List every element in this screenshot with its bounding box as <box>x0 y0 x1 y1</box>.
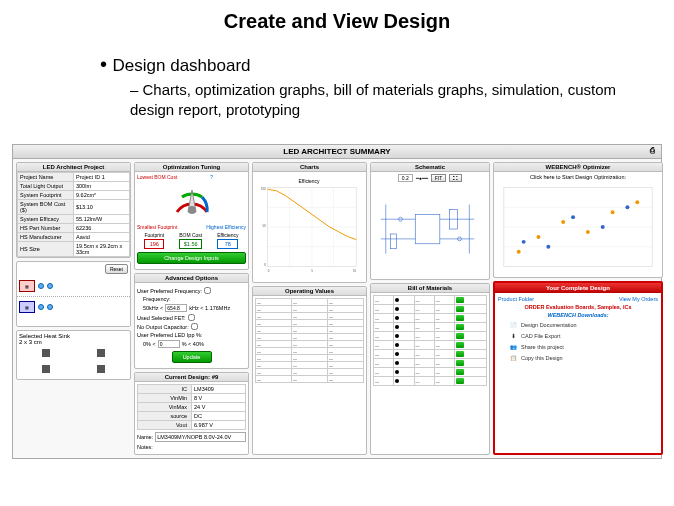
bom-action-button[interactable] <box>456 324 464 330</box>
heatsink-panel: Selected Heat Sink 2 x 3 cm <box>16 330 131 380</box>
table-row: ——— <box>374 296 487 305</box>
table-row: ——— <box>256 320 364 327</box>
dashboard: LED ARCHITECT SUMMARY ⎙ LED Architect Pr… <box>12 144 662 459</box>
svg-point-1 <box>188 206 196 214</box>
project-val: 19.5cm x 29.2cm x 33cm <box>74 242 130 257</box>
heatsink-dot-icon <box>42 365 50 373</box>
svg-text:10: 10 <box>353 269 357 273</box>
metric-value: $1.56 <box>179 239 202 249</box>
operating-values-panel: Operating Values ———————————————————————… <box>252 286 367 455</box>
project-key: HS Part Number <box>18 224 74 233</box>
freq-checkbox[interactable] <box>204 287 211 294</box>
bom-action-button[interactable] <box>456 315 464 321</box>
optimizer-link[interactable]: Click here to Start Design Optimization: <box>494 172 662 182</box>
project-key: HS Manufacturer <box>18 233 74 242</box>
product-folder-link[interactable]: Product Folder <box>498 296 534 302</box>
table-row: ——— <box>256 355 364 362</box>
freq-label: User Preferred Frequency: <box>137 288 202 294</box>
table-row: ——— <box>374 314 487 323</box>
svg-point-36 <box>522 240 526 244</box>
project-val: 9.62cm² <box>74 191 130 200</box>
fit-button[interactable]: FIT <box>431 174 447 182</box>
your-design-header: Your Complete Design <box>495 283 661 293</box>
cd-key: VinMax <box>138 403 192 412</box>
zoom-slider[interactable]: ━●━━ <box>416 175 428 181</box>
update-button[interactable]: Update <box>172 351 212 363</box>
chart-title: Efficiency <box>299 179 320 184</box>
cd-val: 6.987 V <box>192 421 246 430</box>
led-icon <box>38 283 44 289</box>
project-val: Aavid <box>74 233 130 242</box>
svg-point-31 <box>536 235 540 239</box>
table-row: ——— <box>256 313 364 320</box>
bom-action-button[interactable] <box>456 297 464 303</box>
optimizer-chart[interactable] <box>494 182 662 277</box>
svg-point-37 <box>546 245 550 249</box>
optimization-dial[interactable] <box>172 182 212 222</box>
design-name-input[interactable] <box>155 432 246 442</box>
svg-point-38 <box>571 215 575 219</box>
table-row: ——— <box>374 305 487 314</box>
view-orders-link[interactable]: View My Orders <box>619 296 658 302</box>
charts-header: Charts <box>253 163 366 172</box>
cd-key: IC <box>138 385 192 394</box>
optimization-header: Optimization Tuning <box>135 163 248 172</box>
project-val: 300lm <box>74 182 130 191</box>
efficiency-chart[interactable]: Efficiency 100500 0510 <box>253 172 366 282</box>
freq-sub-label: Frequency: <box>143 296 171 302</box>
svg-point-35 <box>635 200 639 204</box>
notes-label: Notes: <box>137 444 153 450</box>
schematic-panel: Schematic 0.2 ━●━━ FIT ⛶ <box>370 162 490 280</box>
reset-button[interactable]: Reset <box>105 264 128 274</box>
current-design-table: ICLM3409VinMin8 VVinMax24 VsourceDCVout6… <box>137 384 246 430</box>
bom-action-button[interactable] <box>456 351 464 357</box>
schematic-header: Schematic <box>371 163 489 172</box>
bullet-main: Design dashboard <box>100 53 654 76</box>
bom-action-button[interactable] <box>456 369 464 375</box>
fet-checkbox[interactable] <box>188 314 195 321</box>
design-doc-link[interactable]: 📄Design Documentation <box>508 321 658 329</box>
project-val: 62236 <box>74 224 130 233</box>
change-inputs-button[interactable]: Change Design Inputs <box>137 252 246 264</box>
print-icon[interactable]: ⎙ <box>650 146 655 155</box>
your-design-panel: Your Complete Design Product Folder View… <box>493 281 663 455</box>
cd-val: 8 V <box>192 394 246 403</box>
ipp-input[interactable] <box>158 340 180 348</box>
order-link[interactable]: ORDER Evaluation Boards, Samples, ICs <box>498 304 658 310</box>
cd-key: Vout <box>138 421 192 430</box>
share-link[interactable]: 👥Share this project <box>508 343 658 351</box>
table-row: ——— <box>256 369 364 376</box>
current-design-header: Current Design: #9 <box>135 373 248 382</box>
cd-key: source <box>138 412 192 421</box>
copy-link[interactable]: 📋Copy this Design <box>508 354 658 362</box>
bom-action-button[interactable] <box>456 306 464 312</box>
bom-action-button[interactable] <box>456 378 464 384</box>
cad-export-link[interactable]: ⬇CAD File Export <box>508 332 658 340</box>
metric-label: BOM Cost <box>179 232 202 238</box>
ipp-hi: % < 40% <box>182 341 204 347</box>
svg-text:0: 0 <box>264 263 266 267</box>
table-row: ——— <box>256 362 364 369</box>
bom-action-button[interactable] <box>456 333 464 339</box>
svg-point-40 <box>625 205 629 209</box>
table-row: ——— <box>374 323 487 332</box>
led-string-1[interactable]: ▦ <box>19 280 128 292</box>
name-label: Name: <box>137 434 153 440</box>
project-val: Project ID 1 <box>74 173 130 182</box>
highest-eff-label: Highest Efficiency <box>206 224 246 230</box>
smallest-fp-label: Smallest Footprint <box>137 224 177 230</box>
driver-chip-icon: ▦ <box>19 301 35 313</box>
charts-panel: Charts Efficiency 100500 0510 <box>252 162 367 283</box>
expand-button[interactable]: ⛶ <box>449 174 462 182</box>
table-row: ——— <box>374 377 487 386</box>
freq-low: 50kHz < <box>143 305 163 311</box>
freq-input[interactable] <box>165 304 187 312</box>
bom-action-button[interactable] <box>456 342 464 348</box>
nocap-checkbox[interactable] <box>191 323 198 330</box>
bom-header: Bill of Materials <box>371 284 489 293</box>
ipp-label: User Preferred LED Ipp %: <box>137 332 202 338</box>
schematic-view[interactable] <box>371 184 489 279</box>
svg-point-32 <box>561 220 565 224</box>
led-string-2[interactable]: ▦ <box>19 301 128 313</box>
bom-action-button[interactable] <box>456 360 464 366</box>
